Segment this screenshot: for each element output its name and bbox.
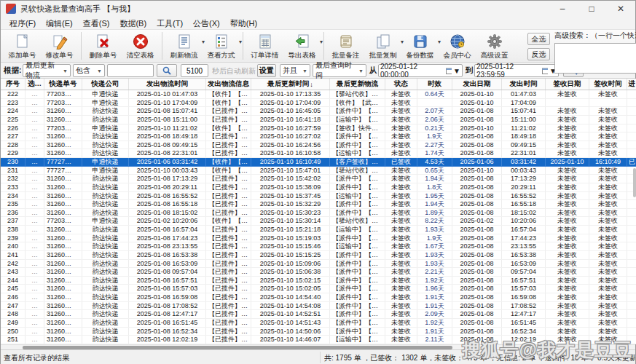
- table-row[interactable]: 241…31260…韵达快递2025-01-08 16:53:38【已揽件】…2…: [1, 251, 636, 260]
- cell-progress: [627, 107, 636, 115]
- menu-view[interactable]: 查看(S): [78, 17, 115, 30]
- cell-updated_info: 【运输中】【…: [330, 192, 385, 200]
- add-number-button[interactable]: 添加单号: [4, 31, 41, 61]
- column-header-company[interactable]: 快递公司: [82, 79, 129, 90]
- table-row[interactable]: 238…31260…韵达快递2025-01-08 16:57:04【已揽件】…2…: [1, 226, 636, 234]
- refresh-logistics-button[interactable]: 刷新物流 ▾: [165, 31, 203, 61]
- cell-company: 申通快递: [82, 99, 129, 107]
- column-header-ship_time[interactable]: 发出时间: [502, 79, 546, 90]
- table-row[interactable]: 243…31260…韵达快递2025-01-08 09:57:04【已揽件】…2…: [1, 268, 636, 277]
- table-row[interactable]: 228…31260…韵达快递2025-01-08 09:49:15【已揽件】…2…: [1, 141, 636, 150]
- menu-notice[interactable]: 公告(X): [188, 17, 225, 30]
- column-header-sign_time[interactable]: 签收时间: [589, 79, 627, 90]
- menu-edit[interactable]: 编辑(E): [41, 17, 78, 30]
- cell-sign_time: 未签收: [589, 277, 627, 285]
- menu-tools[interactable]: 工具(T): [152, 17, 188, 30]
- delete-number-button[interactable]: 删除单号: [85, 31, 122, 61]
- view-mode-button[interactable]: 查看方式 ▾: [203, 31, 240, 61]
- close-button[interactable]: ✕: [606, 1, 635, 17]
- batch-note-button[interactable]: 批量备注: [327, 31, 364, 61]
- cell-no: 227: [1, 132, 25, 141]
- field-select[interactable]: 最后更新物流▼: [23, 64, 71, 77]
- search-button[interactable]: [157, 64, 177, 77]
- table-row[interactable]: 231…77727…申通快递2025-01-10 00:03:43【收件】【…2…: [1, 167, 636, 175]
- table-row[interactable]: 250…31260…韵达快递2025-01-08 16:52:34【已揽件】…2…: [1, 328, 636, 336]
- table-row[interactable]: 233…31260…韵达快递2025-01-08 20:29:11【已揽件】…2…: [1, 183, 636, 192]
- table-row[interactable]: 227…31260…韵达快递2025-01-08 18:49:18【已揽件】…2…: [1, 132, 636, 141]
- column-header-status[interactable]: 状态: [385, 79, 417, 90]
- settings-button[interactable]: 设置: [257, 64, 276, 77]
- table-row[interactable]: 247…31260…韵达快递2025-01-08 17:08:52【已揽件】…2…: [1, 302, 636, 311]
- invert-select-button[interactable]: 反选: [527, 48, 550, 60]
- column-header-updated_info[interactable]: 最后更新物流: [330, 79, 385, 90]
- column-header-sent_info[interactable]: 发出物流信息: [206, 79, 251, 90]
- cell-status: 未签收: [385, 116, 417, 124]
- table-row[interactable]: 229…31260…韵达快递2025-01-08 22:31:01【已揽件】…2…: [1, 149, 636, 158]
- cell-status: 未签收: [385, 167, 417, 175]
- table-row[interactable]: 239…31260…韵达快递2025-01-08 17:44:23【已揽件】…2…: [1, 234, 636, 243]
- column-header-sent_time[interactable]: 发出物流时间: [129, 79, 206, 90]
- cell-status: 未签收: [385, 209, 417, 217]
- column-header-days[interactable]: 时效: [417, 79, 452, 90]
- cell-sign_time: 未签收: [589, 116, 627, 124]
- dropdown-arrow-icon[interactable]: ▾: [239, 39, 242, 45]
- backup-data-button[interactable]: 备份数据 ▾: [401, 31, 439, 61]
- table-row[interactable]: 235…31260…韵达快递2025-01-08 16:55:18【已揽件】…2…: [1, 200, 636, 209]
- table-row[interactable]: 249…31260…韵达快递2025-01-08 16:51:45【已揽件】…2…: [1, 319, 636, 328]
- keyword-input[interactable]: [107, 64, 154, 77]
- export-table-button[interactable]: 导出表格 ▾: [283, 31, 321, 61]
- from-date-input[interactable]: 2025-01-12 00:00:00 ▼: [378, 64, 463, 77]
- table-row[interactable]: 237…77203…申通快递2025-01-02 10:20:06【收件】【…2…: [1, 217, 636, 226]
- column-header-ship_date[interactable]: 发出日期: [452, 79, 502, 90]
- table-row[interactable]: 225…31260…韵达快递2025-01-08 15:11:00【已揽件】…2…: [1, 116, 636, 124]
- table-row[interactable]: 226…77203…申通快递2025-01-10 11:21:02【收件】【…2…: [1, 124, 636, 133]
- column-header-tracking[interactable]: 快递单号: [44, 79, 82, 90]
- from-label: 从: [369, 66, 377, 76]
- table-row[interactable]: 230…77727…申通快递2025-01-06 03:31:42【收件】【…2…: [1, 158, 636, 167]
- cell-days: 2.21天: [417, 268, 452, 276]
- table-row[interactable]: 232…31260…韵达快递2025-01-08 17:13:29【已揽件】…2…: [1, 175, 636, 183]
- table-row[interactable]: 244…31260…韵达快递2025-01-08 16:57:51【已揽件】…2…: [1, 277, 636, 285]
- table-row[interactable]: 236…31260…韵达快递2025-01-08 18:15:02【已揽件】…2…: [1, 209, 636, 218]
- dropdown-arrow-icon[interactable]: ▾: [320, 39, 323, 45]
- cell-sent_time: 2025-01-08 16:57:51: [129, 277, 206, 285]
- advanced-search-textarea[interactable]: [554, 43, 636, 74]
- to-date-input[interactable]: 2025-01-12 23:59:59 ▼: [474, 64, 559, 77]
- table-row[interactable]: 245…31260…韵达快递2025-01-08 15:57:03【已揽件】…2…: [1, 285, 636, 293]
- time-field-select[interactable]: 最后查询时间▼: [313, 64, 366, 77]
- column-header-progress[interactable]: 进: [627, 79, 636, 90]
- column-header-no[interactable]: 序号: [1, 79, 25, 90]
- minimize-button[interactable]: –: [548, 1, 577, 17]
- cell-sign_date: 未签收: [546, 328, 589, 336]
- cell-sent_info: 【已揽件】…: [206, 302, 251, 310]
- refresh-interval-input[interactable]: [181, 64, 208, 77]
- maximize-button[interactable]: □: [577, 1, 606, 17]
- cell-sent_time: 2025-01-08 09:57:04: [129, 268, 206, 276]
- menu-data[interactable]: 数据(B): [114, 17, 152, 30]
- vertical-scrollbar-thumb[interactable]: [633, 168, 636, 197]
- operator-select[interactable]: 包含▼: [73, 64, 105, 77]
- table-row[interactable]: 223…77203…申通快递2025-01-10 17:04:09【收件】【…2…: [1, 99, 636, 108]
- and-or-select[interactable]: 并且▼: [280, 64, 310, 77]
- batch-copy-button[interactable]: 批量复制 ▾: [364, 31, 401, 61]
- table-row[interactable]: 224…31260…韵达快递2025-01-08 15:07:41【已揽件】…2…: [1, 107, 636, 116]
- table-row[interactable]: 234…31260…韵达快递2025-01-08 16:55:52【已揽件】…2…: [1, 192, 636, 201]
- table-row[interactable]: 248…31260…韵达快递2025-01-08 12:47:17【已揽件】…2…: [1, 310, 636, 319]
- table-row[interactable]: 246…31260…韵达快递2025-01-08 16:59:08【已揽件】…2…: [1, 293, 636, 302]
- select-all-button[interactable]: 全选: [527, 33, 550, 45]
- member-center-button[interactable]: 会员中心: [439, 31, 476, 61]
- table-row[interactable]: 222…77203…申通快递2025-01-10 01:47:03【收件】【…2…: [1, 90, 636, 99]
- column-header-sel[interactable]: 选…: [25, 79, 44, 90]
- clear-table-button[interactable]: 清空表格: [122, 31, 159, 61]
- table-row[interactable]: 242…31260…韵达快递2025-01-08 16:53:09【已揽件】…2…: [1, 260, 636, 269]
- menu-program[interactable]: 程序(F): [4, 17, 41, 30]
- column-header-sign_date[interactable]: 签收日期: [546, 79, 589, 90]
- menu-help[interactable]: 帮助(H): [225, 17, 262, 30]
- advanced-settings-button[interactable]: 高级设置: [476, 31, 513, 61]
- cell-sign_time: 未签收: [589, 268, 627, 276]
- cell-status: 未签收: [385, 141, 417, 149]
- column-header-updated_time[interactable]: 最后更新时间↓: [251, 79, 330, 90]
- order-detail-button[interactable]: 订单详情: [246, 31, 283, 61]
- edit-number-button[interactable]: 修改单号: [41, 31, 78, 61]
- table-row[interactable]: 240…31260…韵达快递2025-01-08 23:13:55【已揽件】…2…: [1, 242, 636, 251]
